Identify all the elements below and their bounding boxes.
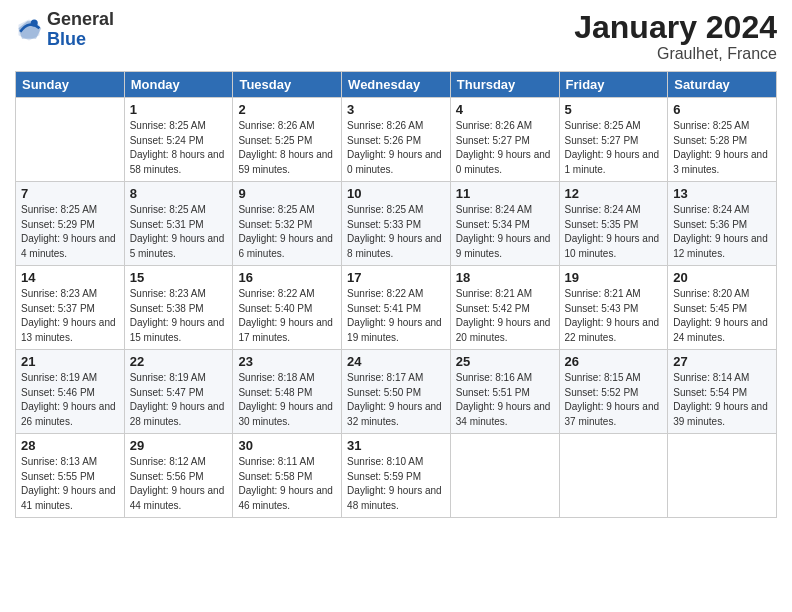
calendar-table: SundayMondayTuesdayWednesdayThursdayFrid… (15, 71, 777, 518)
day-number: 27 (673, 354, 771, 369)
calendar-cell: 9Sunrise: 8:25 AMSunset: 5:32 PMDaylight… (233, 182, 342, 266)
calendar-cell: 4Sunrise: 8:26 AMSunset: 5:27 PMDaylight… (450, 98, 559, 182)
calendar-cell: 16Sunrise: 8:22 AMSunset: 5:40 PMDayligh… (233, 266, 342, 350)
day-number: 17 (347, 270, 445, 285)
header: General Blue January 2024 Graulhet, Fran… (15, 10, 777, 63)
day-number: 15 (130, 270, 228, 285)
week-row-4: 21Sunrise: 8:19 AMSunset: 5:46 PMDayligh… (16, 350, 777, 434)
day-info: Sunrise: 8:25 AMSunset: 5:27 PMDaylight:… (565, 119, 663, 177)
day-info: Sunrise: 8:19 AMSunset: 5:46 PMDaylight:… (21, 371, 119, 429)
header-day-thursday: Thursday (450, 72, 559, 98)
day-info: Sunrise: 8:26 AMSunset: 5:27 PMDaylight:… (456, 119, 554, 177)
day-number: 6 (673, 102, 771, 117)
day-info: Sunrise: 8:24 AMSunset: 5:35 PMDaylight:… (565, 203, 663, 261)
week-row-5: 28Sunrise: 8:13 AMSunset: 5:55 PMDayligh… (16, 434, 777, 518)
calendar-cell (16, 98, 125, 182)
day-info: Sunrise: 8:20 AMSunset: 5:45 PMDaylight:… (673, 287, 771, 345)
calendar-cell (559, 434, 668, 518)
day-number: 16 (238, 270, 336, 285)
calendar-cell: 8Sunrise: 8:25 AMSunset: 5:31 PMDaylight… (124, 182, 233, 266)
day-number: 10 (347, 186, 445, 201)
calendar-cell: 14Sunrise: 8:23 AMSunset: 5:37 PMDayligh… (16, 266, 125, 350)
day-info: Sunrise: 8:25 AMSunset: 5:24 PMDaylight:… (130, 119, 228, 177)
day-info: Sunrise: 8:25 AMSunset: 5:33 PMDaylight:… (347, 203, 445, 261)
day-info: Sunrise: 8:11 AMSunset: 5:58 PMDaylight:… (238, 455, 336, 513)
day-info: Sunrise: 8:22 AMSunset: 5:40 PMDaylight:… (238, 287, 336, 345)
day-number: 7 (21, 186, 119, 201)
day-number: 3 (347, 102, 445, 117)
day-info: Sunrise: 8:15 AMSunset: 5:52 PMDaylight:… (565, 371, 663, 429)
calendar-cell: 10Sunrise: 8:25 AMSunset: 5:33 PMDayligh… (342, 182, 451, 266)
day-number: 1 (130, 102, 228, 117)
day-info: Sunrise: 8:26 AMSunset: 5:25 PMDaylight:… (238, 119, 336, 177)
calendar-subtitle: Graulhet, France (574, 45, 777, 63)
calendar-cell: 5Sunrise: 8:25 AMSunset: 5:27 PMDaylight… (559, 98, 668, 182)
logo-text: General Blue (47, 10, 114, 50)
header-day-friday: Friday (559, 72, 668, 98)
day-info: Sunrise: 8:25 AMSunset: 5:29 PMDaylight:… (21, 203, 119, 261)
calendar-cell: 17Sunrise: 8:22 AMSunset: 5:41 PMDayligh… (342, 266, 451, 350)
header-day-wednesday: Wednesday (342, 72, 451, 98)
calendar-title: January 2024 (574, 10, 777, 45)
day-info: Sunrise: 8:12 AMSunset: 5:56 PMDaylight:… (130, 455, 228, 513)
day-info: Sunrise: 8:16 AMSunset: 5:51 PMDaylight:… (456, 371, 554, 429)
calendar-cell: 15Sunrise: 8:23 AMSunset: 5:38 PMDayligh… (124, 266, 233, 350)
title-block: January 2024 Graulhet, France (574, 10, 777, 63)
day-number: 29 (130, 438, 228, 453)
day-number: 25 (456, 354, 554, 369)
calendar-cell: 12Sunrise: 8:24 AMSunset: 5:35 PMDayligh… (559, 182, 668, 266)
calendar-cell: 3Sunrise: 8:26 AMSunset: 5:26 PMDaylight… (342, 98, 451, 182)
day-number: 13 (673, 186, 771, 201)
week-row-3: 14Sunrise: 8:23 AMSunset: 5:37 PMDayligh… (16, 266, 777, 350)
calendar-cell: 23Sunrise: 8:18 AMSunset: 5:48 PMDayligh… (233, 350, 342, 434)
day-info: Sunrise: 8:25 AMSunset: 5:32 PMDaylight:… (238, 203, 336, 261)
calendar-cell: 28Sunrise: 8:13 AMSunset: 5:55 PMDayligh… (16, 434, 125, 518)
calendar-cell: 29Sunrise: 8:12 AMSunset: 5:56 PMDayligh… (124, 434, 233, 518)
day-number: 24 (347, 354, 445, 369)
day-number: 2 (238, 102, 336, 117)
week-row-2: 7Sunrise: 8:25 AMSunset: 5:29 PMDaylight… (16, 182, 777, 266)
day-number: 31 (347, 438, 445, 453)
calendar-cell: 20Sunrise: 8:20 AMSunset: 5:45 PMDayligh… (668, 266, 777, 350)
day-info: Sunrise: 8:13 AMSunset: 5:55 PMDaylight:… (21, 455, 119, 513)
calendar-cell: 22Sunrise: 8:19 AMSunset: 5:47 PMDayligh… (124, 350, 233, 434)
day-number: 12 (565, 186, 663, 201)
day-info: Sunrise: 8:26 AMSunset: 5:26 PMDaylight:… (347, 119, 445, 177)
calendar-cell: 24Sunrise: 8:17 AMSunset: 5:50 PMDayligh… (342, 350, 451, 434)
day-info: Sunrise: 8:10 AMSunset: 5:59 PMDaylight:… (347, 455, 445, 513)
day-number: 21 (21, 354, 119, 369)
day-number: 4 (456, 102, 554, 117)
day-number: 19 (565, 270, 663, 285)
day-info: Sunrise: 8:21 AMSunset: 5:43 PMDaylight:… (565, 287, 663, 345)
day-info: Sunrise: 8:25 AMSunset: 5:28 PMDaylight:… (673, 119, 771, 177)
calendar-cell: 26Sunrise: 8:15 AMSunset: 5:52 PMDayligh… (559, 350, 668, 434)
header-row: SundayMondayTuesdayWednesdayThursdayFrid… (16, 72, 777, 98)
day-number: 9 (238, 186, 336, 201)
svg-point-2 (31, 19, 38, 26)
header-day-tuesday: Tuesday (233, 72, 342, 98)
day-info: Sunrise: 8:24 AMSunset: 5:34 PMDaylight:… (456, 203, 554, 261)
day-info: Sunrise: 8:18 AMSunset: 5:48 PMDaylight:… (238, 371, 336, 429)
logo: General Blue (15, 10, 114, 50)
day-number: 5 (565, 102, 663, 117)
day-info: Sunrise: 8:21 AMSunset: 5:42 PMDaylight:… (456, 287, 554, 345)
calendar-cell: 1Sunrise: 8:25 AMSunset: 5:24 PMDaylight… (124, 98, 233, 182)
day-number: 23 (238, 354, 336, 369)
calendar-cell: 21Sunrise: 8:19 AMSunset: 5:46 PMDayligh… (16, 350, 125, 434)
calendar-cell: 2Sunrise: 8:26 AMSunset: 5:25 PMDaylight… (233, 98, 342, 182)
header-day-sunday: Sunday (16, 72, 125, 98)
day-number: 20 (673, 270, 771, 285)
day-info: Sunrise: 8:23 AMSunset: 5:38 PMDaylight:… (130, 287, 228, 345)
calendar-cell: 13Sunrise: 8:24 AMSunset: 5:36 PMDayligh… (668, 182, 777, 266)
day-info: Sunrise: 8:14 AMSunset: 5:54 PMDaylight:… (673, 371, 771, 429)
calendar-cell: 27Sunrise: 8:14 AMSunset: 5:54 PMDayligh… (668, 350, 777, 434)
day-number: 28 (21, 438, 119, 453)
day-info: Sunrise: 8:24 AMSunset: 5:36 PMDaylight:… (673, 203, 771, 261)
calendar-cell: 7Sunrise: 8:25 AMSunset: 5:29 PMDaylight… (16, 182, 125, 266)
day-info: Sunrise: 8:19 AMSunset: 5:47 PMDaylight:… (130, 371, 228, 429)
calendar-page: General Blue January 2024 Graulhet, Fran… (0, 0, 792, 612)
day-info: Sunrise: 8:17 AMSunset: 5:50 PMDaylight:… (347, 371, 445, 429)
week-row-1: 1Sunrise: 8:25 AMSunset: 5:24 PMDaylight… (16, 98, 777, 182)
calendar-cell: 6Sunrise: 8:25 AMSunset: 5:28 PMDaylight… (668, 98, 777, 182)
calendar-cell: 30Sunrise: 8:11 AMSunset: 5:58 PMDayligh… (233, 434, 342, 518)
